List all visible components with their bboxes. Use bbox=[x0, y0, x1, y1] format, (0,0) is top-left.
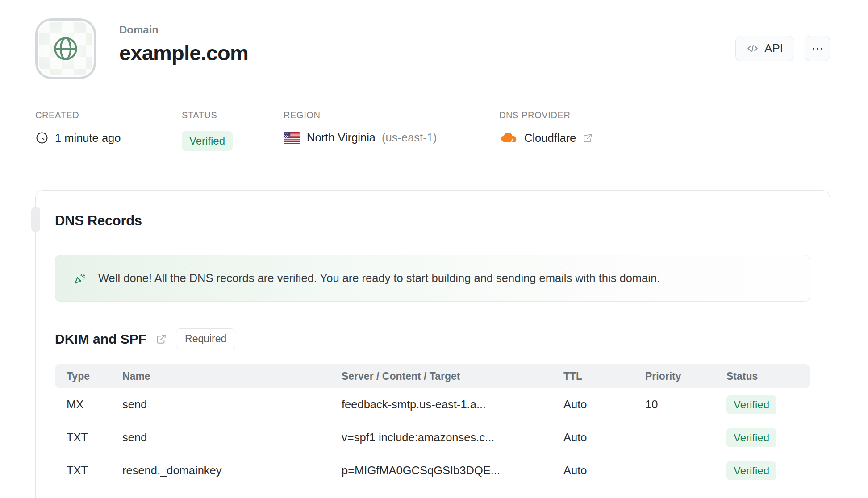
title-block: Domain example.com bbox=[119, 18, 248, 65]
page-kicker: Domain bbox=[119, 24, 248, 36]
more-button[interactable] bbox=[805, 36, 830, 61]
ellipsis-icon bbox=[812, 47, 823, 50]
cell-ttl: Auto bbox=[563, 398, 645, 411]
cell-content: p=MIGfMA0GCSqGSIb3DQE... bbox=[342, 464, 563, 477]
column-header-type: Type bbox=[55, 370, 122, 382]
cell-ttl: Auto bbox=[563, 464, 645, 477]
dns-records-table: Type Name Server / Content / Target TTL … bbox=[55, 364, 810, 487]
table-row[interactable]: TXT resend._domainkey p=MIGfMA0GCSqGSIb3… bbox=[55, 454, 810, 487]
us-flag-icon bbox=[284, 132, 300, 144]
status-badge: Verified bbox=[182, 131, 233, 151]
region-label: REGION bbox=[284, 110, 499, 120]
table-row[interactable]: MX send feedback-smtp.us-east-1.a... Aut… bbox=[55, 388, 810, 421]
clock-icon bbox=[35, 131, 49, 145]
success-banner: Well done! All the DNS records are verif… bbox=[55, 255, 810, 302]
banner-message: Well done! All the DNS records are verif… bbox=[98, 272, 660, 285]
domain-avatar bbox=[35, 18, 96, 79]
column-header-name: Name bbox=[122, 370, 342, 382]
meta-region: REGION bbox=[284, 110, 499, 151]
meta-dns-provider: DNS PROVIDER Cloudflare bbox=[499, 110, 830, 151]
status-badge: Verified bbox=[726, 428, 776, 447]
created-value: 1 minute ago bbox=[55, 132, 121, 145]
created-label: CREATED bbox=[35, 110, 182, 120]
card-side-tab bbox=[31, 207, 40, 232]
status-badge: Verified bbox=[726, 395, 776, 414]
region-code: (us-east-1) bbox=[382, 131, 437, 144]
column-header-content: Server / Content / Target bbox=[342, 370, 563, 382]
cell-type: MX bbox=[55, 398, 122, 411]
cell-type: TXT bbox=[55, 464, 122, 477]
party-popper-icon bbox=[73, 272, 87, 285]
cell-name: send bbox=[122, 398, 342, 411]
dns-records-title: DNS Records bbox=[55, 213, 810, 229]
cell-content: v=spf1 include:amazonses.c... bbox=[342, 431, 563, 444]
code-icon bbox=[747, 42, 759, 54]
page-title: example.com bbox=[119, 41, 248, 65]
status-label: STATUS bbox=[182, 110, 284, 120]
cell-priority: 10 bbox=[645, 398, 726, 411]
meta-created: CREATED 1 minute ago bbox=[35, 110, 182, 151]
column-header-priority: Priority bbox=[645, 370, 726, 382]
globe-icon bbox=[51, 34, 80, 63]
column-header-ttl: TTL bbox=[563, 370, 645, 382]
status-badge: Verified bbox=[726, 461, 776, 480]
cell-type: TXT bbox=[55, 431, 122, 444]
domain-metadata: CREATED 1 minute ago STATUS Verified REG… bbox=[0, 110, 868, 151]
external-link-icon[interactable] bbox=[155, 333, 167, 345]
dns-provider-value: Cloudflare bbox=[524, 132, 576, 145]
header-actions: API bbox=[735, 36, 830, 61]
cell-content: feedback-smtp.us-east-1.a... bbox=[342, 398, 563, 411]
dkim-spf-title: DKIM and SPF bbox=[55, 332, 146, 347]
api-button-label: API bbox=[764, 42, 783, 55]
page-header: Domain example.com API bbox=[0, 0, 868, 79]
column-header-status: Status bbox=[726, 370, 810, 382]
meta-status: STATUS Verified bbox=[182, 110, 284, 151]
cloudflare-icon bbox=[499, 131, 518, 145]
table-header-row: Type Name Server / Content / Target TTL … bbox=[55, 364, 810, 388]
region-value: North Virginia bbox=[307, 131, 376, 144]
table-row[interactable]: TXT send v=spf1 include:amazonses.c... A… bbox=[55, 421, 810, 454]
dns-records-card: DNS Records Well done! All the DNS recor… bbox=[35, 190, 830, 498]
api-button[interactable]: API bbox=[735, 36, 794, 61]
cell-ttl: Auto bbox=[563, 431, 645, 444]
cell-name: send bbox=[122, 431, 342, 444]
dns-provider-label: DNS PROVIDER bbox=[499, 110, 830, 120]
external-link-icon[interactable] bbox=[582, 133, 593, 144]
required-badge: Required bbox=[176, 328, 235, 349]
cell-name: resend._domainkey bbox=[122, 464, 342, 477]
dkim-spf-section-header: DKIM and SPF Required bbox=[55, 328, 810, 349]
